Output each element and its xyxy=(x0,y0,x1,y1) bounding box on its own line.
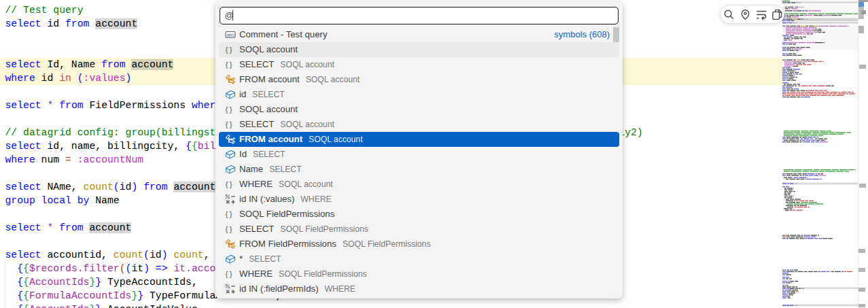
svg-text:abc: abc xyxy=(227,32,235,37)
svg-text:{ }: { } xyxy=(226,225,232,233)
svg-text:{ }: { } xyxy=(226,46,232,54)
svg-text:{ }: { } xyxy=(226,120,232,129)
svg-text:{ }: { } xyxy=(226,61,232,69)
svg-text:{ }: { } xyxy=(226,180,232,188)
svg-text:{ }: { } xyxy=(226,210,232,218)
svg-text:{ }: { } xyxy=(226,105,232,114)
svg-text:{ }: { } xyxy=(226,270,232,278)
